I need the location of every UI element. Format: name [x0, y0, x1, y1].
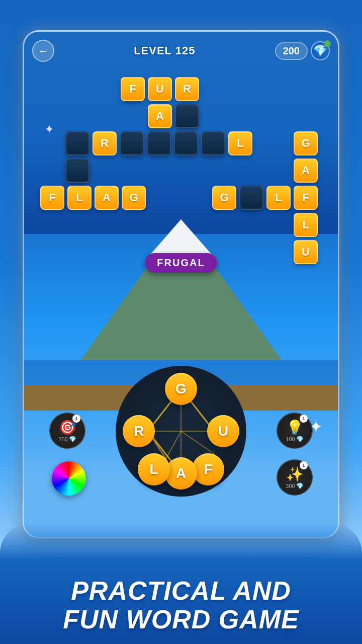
grid-container: F U R A R L	[35, 77, 327, 258]
back-button[interactable]: ←	[32, 40, 54, 62]
letter-node-R[interactable]: R	[123, 415, 155, 447]
tile-dark3-1	[65, 131, 89, 155]
bottom-line1: PRACTICAL AND	[0, 577, 362, 605]
tile-L5: L	[67, 186, 92, 210]
gem-button[interactable]: 💎 🛒	[311, 41, 330, 60]
tile-G5: G	[122, 186, 146, 210]
grid-row-3: R L	[65, 131, 252, 155]
gem-small-icon: 💎	[69, 436, 76, 443]
gem-small-icon-3: 💎	[296, 482, 304, 490]
tile-dark3-4	[174, 131, 198, 155]
tile-G-right1: G	[294, 131, 318, 155]
grid-row-1: F U R	[121, 77, 199, 101]
powerup-target-label: 200 💎	[58, 436, 76, 443]
gem-badge: 🛒	[324, 40, 331, 47]
letter-node-U[interactable]: U	[207, 415, 239, 447]
powerup-bulb-label: 100 💎	[286, 436, 303, 443]
tile-R1: R	[175, 77, 199, 101]
powerup-wand-badge: 1	[300, 461, 308, 469]
tile-dark-right	[239, 186, 263, 210]
score-value: 200	[275, 42, 308, 60]
svg-line-9	[166, 431, 181, 459]
tile-L3: L	[228, 131, 252, 155]
tile-U-flu: U	[294, 240, 318, 264]
bottom-text-area: PRACTICAL AND FUN WORD GAME	[0, 577, 362, 634]
color-wheel-button[interactable]	[52, 461, 86, 496]
bottom-headline: PRACTICAL AND FUN WORD GAME	[0, 577, 362, 634]
tile-A2: A	[148, 104, 172, 128]
letter-node-A[interactable]: A	[165, 457, 197, 490]
tile-L-right: L	[266, 186, 291, 210]
tile-F5: F	[40, 186, 64, 210]
powerup-bulb-badge: 1	[300, 415, 308, 423]
word-display: FRUGAL	[145, 253, 217, 273]
tile-G-right2: G	[212, 186, 236, 210]
powerup-wand-label: 300 💎	[286, 482, 303, 490]
tile-A5: A	[95, 186, 119, 210]
letter-node-F[interactable]: F	[192, 453, 224, 486]
score-area: 200 💎 🛒	[275, 41, 330, 60]
powerup-bulb[interactable]: 1 💡 100 💎	[277, 413, 313, 449]
tile-F-right: F	[294, 186, 318, 210]
tile-A-right1: A	[294, 158, 318, 183]
header: ← LEVEL 125 200 💎 🛒	[32, 40, 330, 62]
gem-small-icon-2: 💎	[296, 436, 304, 443]
tile-dark3-5	[201, 131, 225, 155]
powerup-target[interactable]: 1 🎯 200 💎	[49, 413, 85, 449]
right-col-flu: L U	[294, 213, 318, 264]
powerup-wand[interactable]: 1 ✨ 300 💎	[277, 459, 313, 496]
tile-dark3-2	[120, 131, 144, 155]
tile-R3: R	[93, 131, 117, 155]
game-grid: F U R A R L	[24, 72, 338, 258]
powerup-target-badge: 1	[72, 415, 80, 423]
bottom-line2: FUN WORD GAME	[0, 605, 362, 634]
letter-node-G[interactable]: G	[165, 373, 197, 405]
level-title: LEVEL 125	[134, 44, 195, 57]
letter-node-L[interactable]: L	[138, 453, 170, 486]
grid-row-2: A	[148, 104, 199, 128]
tile-U1: U	[148, 77, 172, 101]
tile-dark3-3	[147, 131, 171, 155]
game-card: ✦ ← LEVEL 125 200 💎 🛒 F U R A	[23, 30, 339, 538]
letter-wheel[interactable]: G U F A L R	[116, 366, 246, 497]
grid-row-flag: F L A G	[40, 186, 146, 210]
current-word-badge: FRUGAL	[145, 253, 217, 273]
right-col-galf: G L F	[212, 186, 318, 210]
tile-L-flu: L	[294, 213, 318, 237]
tile-dark2	[175, 104, 199, 128]
tile-F1: F	[121, 77, 145, 101]
tile-dark4	[65, 158, 89, 183]
grid-row-4	[65, 158, 89, 183]
right-col-top: G A	[294, 131, 318, 183]
back-icon: ←	[38, 45, 48, 57]
